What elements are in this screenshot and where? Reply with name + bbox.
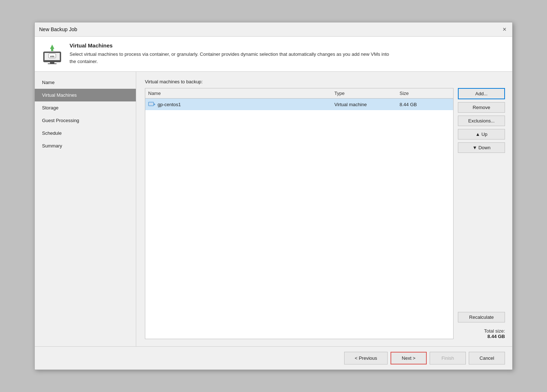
finish-button[interactable]: Finish <box>430 352 466 364</box>
table-row[interactable]: gp-centos1 Virtual machine 8.44 GB <box>145 99 453 110</box>
sidebar-item-schedule[interactable]: Schedule <box>35 127 136 139</box>
close-button[interactable]: × <box>501 25 508 33</box>
body-section: Name Virtual Machines Storage Guest Proc… <box>35 72 512 346</box>
down-arrow-icon: ▼ <box>472 145 477 150</box>
section-label: Virtual machines to backup: <box>145 79 505 84</box>
vm-icon-svg: vm <box>42 44 62 64</box>
down-button[interactable]: ▼ Down <box>458 142 505 153</box>
col-type: Type <box>334 91 400 96</box>
recalculate-button[interactable]: Recalculate <box>458 312 505 322</box>
vm-table: Name Type Size <box>145 88 454 339</box>
sidebar-item-virtual-machines[interactable]: Virtual Machines <box>35 89 136 101</box>
header-text: Virtual Machines Select virtual machines… <box>70 42 396 65</box>
sidebar: Name Virtual Machines Storage Guest Proc… <box>35 72 136 346</box>
header-description: Select virtual machines to process via c… <box>70 51 396 65</box>
table-body: gp-centos1 Virtual machine 8.44 GB <box>145 99 453 339</box>
svg-marker-9 <box>154 103 155 105</box>
total-size-section: Total size: 8.44 GB <box>458 328 505 339</box>
sidebar-item-name[interactable]: Name <box>35 76 136 89</box>
table-header: Name Type Size <box>145 88 453 99</box>
header-icon: vm <box>41 42 64 66</box>
main-content: Virtual machines to backup: Name Type Si… <box>136 72 512 346</box>
next-button[interactable]: Next > <box>391 352 427 364</box>
svg-text:vm: vm <box>50 55 54 58</box>
total-size-label: Total size: <box>458 328 505 334</box>
col-name: Name <box>148 91 334 96</box>
vm-type: Virtual machine <box>334 102 400 107</box>
side-buttons: Add... Remove Exclusions... ▲ Up ▼ Down … <box>458 88 505 339</box>
up-button[interactable]: ▲ Up <box>458 129 505 139</box>
dialog-title: New Backup Job <box>39 26 77 32</box>
vm-name-label: gp-centos1 <box>158 102 181 107</box>
spacer <box>458 156 505 309</box>
new-backup-job-dialog: New Backup Job × vm Virtual Machines Sel <box>34 22 513 370</box>
svg-rect-2 <box>50 62 54 63</box>
header-section: vm Virtual Machines Select virtual machi… <box>35 37 512 72</box>
svg-rect-8 <box>149 103 153 105</box>
total-size-value: 8.44 GB <box>458 334 505 339</box>
title-bar: New Backup Job × <box>35 22 512 37</box>
remove-button[interactable]: Remove <box>458 102 505 113</box>
table-and-buttons: Name Type Size <box>145 88 505 339</box>
vm-size: 8.44 GB <box>400 102 450 107</box>
svg-rect-3 <box>48 63 57 64</box>
sidebar-item-storage[interactable]: Storage <box>35 101 136 114</box>
exclusions-button[interactable]: Exclusions... <box>458 116 505 126</box>
col-size: Size <box>400 91 450 96</box>
previous-button[interactable]: < Previous <box>344 352 388 364</box>
svg-marker-4 <box>50 45 54 51</box>
footer: < Previous Next > Finish Cancel <box>35 346 512 370</box>
up-arrow-icon: ▲ <box>475 132 480 137</box>
sidebar-item-summary[interactable]: Summary <box>35 139 136 152</box>
header-title: Virtual Machines <box>70 42 396 49</box>
vm-row-icon <box>148 101 155 108</box>
add-button[interactable]: Add... <box>458 88 505 99</box>
vm-name-cell: gp-centos1 <box>148 101 334 108</box>
sidebar-item-guest-processing[interactable]: Guest Processing <box>35 114 136 127</box>
cancel-button[interactable]: Cancel <box>469 352 505 364</box>
